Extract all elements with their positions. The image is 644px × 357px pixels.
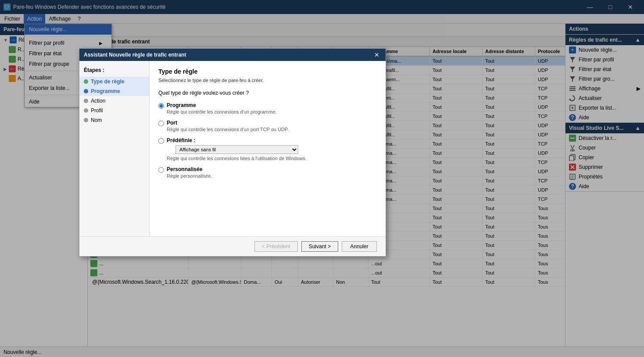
- option-programme-desc: Règle qui contrôle les connexions d'un p…: [167, 109, 276, 114]
- cancel-button[interactable]: Annuler: [342, 241, 377, 252]
- predefined-select[interactable]: Affichage sans fil: [175, 145, 298, 154]
- step-action[interactable]: Action: [79, 96, 149, 106]
- option-port-label[interactable]: Port: [167, 120, 177, 126]
- prev-button[interactable]: < Précédent: [254, 241, 298, 252]
- option-predefinie-text: Prédéfinie : Affichage sans fil Règle qu…: [167, 137, 307, 161]
- radio-predefinie[interactable]: [158, 138, 164, 144]
- modal-question: Quel type de règle voulez-vous créer ?: [158, 90, 377, 96]
- option-personnalisee-text: Personnalisée Règle personnalisée.: [167, 166, 212, 178]
- option-predefinie: Prédéfinie : Affichage sans fil Règle qu…: [158, 137, 377, 161]
- option-personnalisee: Personnalisée Règle personnalisée.: [158, 166, 377, 178]
- predefined-dropdown-container: Affichage sans fil: [175, 145, 307, 154]
- option-port-desc: Règle qui contrôle les connexions d'un p…: [167, 127, 289, 132]
- modal-section-desc: Sélectionnez le type de règle de pare-fe…: [158, 78, 377, 83]
- modal-footer: < Précédent Suivant > Annuler: [79, 236, 386, 256]
- option-port-text: Port Règle qui contrôle les connexions d…: [167, 120, 289, 132]
- option-programme-label[interactable]: Programme: [167, 102, 196, 108]
- option-predefinie-desc: Règle qui contrôle les connexions liées …: [167, 156, 307, 161]
- option-personnalisee-label[interactable]: Personnalisée: [167, 166, 202, 172]
- modal-steps-sidebar: Étapes : Type de règle Programme Action …: [79, 61, 150, 236]
- modal-overlay: Assistant Nouvelle règle de trafic entra…: [0, 0, 644, 357]
- step-action-label: Action: [91, 98, 105, 104]
- modal-content: Étapes : Type de règle Programme Action …: [79, 61, 386, 236]
- step-type-label: Type de règle: [91, 79, 124, 85]
- step-programme-label: Programme: [91, 88, 120, 94]
- step-profil[interactable]: Profil: [79, 106, 149, 115]
- radio-port[interactable]: [158, 121, 164, 126]
- option-programme: Programme Règle qui contrôle les connexi…: [158, 102, 377, 114]
- radio-personnalisee[interactable]: [158, 167, 164, 173]
- steps-title: Étapes :: [79, 65, 149, 77]
- step-dot-5: [84, 118, 88, 122]
- option-port: Port Règle qui contrôle les connexions d…: [158, 120, 377, 132]
- modal-section-title: Type de règle: [158, 68, 377, 75]
- option-personnalisee-desc: Règle personnalisée.: [167, 173, 212, 178]
- modal-close-button[interactable]: ✕: [372, 51, 381, 58]
- step-dot-4: [84, 108, 88, 113]
- new-rule-modal: Assistant Nouvelle règle de trafic entra…: [79, 48, 386, 257]
- step-dot-1: [84, 79, 88, 84]
- step-dot-2: [84, 89, 88, 93]
- option-programme-text: Programme Règle qui contrôle les connexi…: [167, 102, 276, 114]
- radio-programme[interactable]: [158, 103, 164, 109]
- next-button[interactable]: Suivant >: [301, 241, 338, 252]
- modal-title: Assistant Nouvelle règle de trafic entra…: [84, 52, 186, 58]
- modal-main-content: Type de règle Sélectionnez le type de rè…: [150, 61, 386, 236]
- step-type-regle[interactable]: Type de règle: [79, 77, 149, 86]
- option-predefinie-label[interactable]: Prédéfinie :: [167, 137, 195, 143]
- modal-title-bar: Assistant Nouvelle règle de trafic entra…: [79, 49, 386, 61]
- step-profil-label: Profil: [91, 107, 103, 114]
- step-programme[interactable]: Programme: [79, 86, 149, 96]
- step-nom[interactable]: Nom: [79, 115, 149, 125]
- step-nom-label: Nom: [91, 117, 102, 123]
- step-dot-3: [84, 99, 88, 103]
